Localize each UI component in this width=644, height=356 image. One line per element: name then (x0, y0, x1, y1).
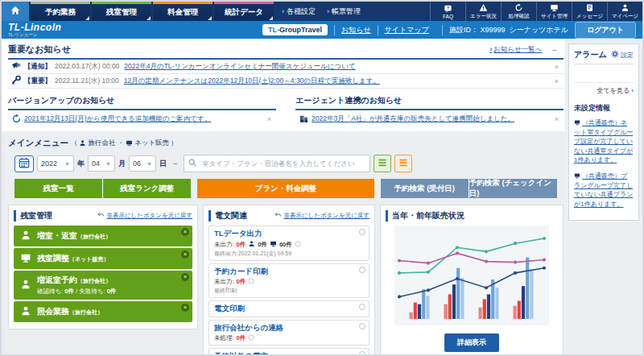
alarm-settings-link[interactable]: 設定 (611, 50, 634, 60)
sitemap-link[interactable]: サイトマップ (378, 25, 436, 35)
day-select[interactable]: 06▼ (129, 155, 156, 172)
unset-info-link[interactable]: （共通販売）プラングループ完了していない共通プランが1件あります。 (574, 172, 634, 209)
tab-料金管理[interactable]: 料金管理 (153, 2, 213, 21)
nav-link-帳票管理[interactable]: ›帳票管理 (327, 6, 361, 17)
app-logo[interactable]: TL-Lincoln TL-リンカーン (8, 23, 61, 38)
hide-button[interactable]: × (181, 228, 189, 236)
building-icon (295, 114, 312, 126)
search-input[interactable] (184, 155, 370, 172)
utility-label: メッセージ (576, 13, 603, 20)
unset-info-title: 未設定情報 (574, 103, 634, 114)
chevron-down-icon: ▼ (64, 161, 70, 167)
utility-person[interactable]: マイページ (607, 2, 642, 21)
main-menu-buttons: 残室一覧残室ランク調整プラン・料金調整予約検索 (受付日)予約検索 (チェックイ… (14, 179, 557, 198)
close-icon[interactable]: × (555, 77, 559, 85)
refresh-icon (514, 3, 523, 12)
right-sidebar: アラーム 設定 全てを見る › 未設定情報 （共通販売）ネット室タイプグループ設… (565, 39, 642, 356)
telegram-item-title: 予約以外の電文 (214, 351, 364, 356)
close-icon[interactable]: × (267, 115, 271, 123)
fold-decoration (147, 16, 151, 20)
hide-button[interactable] (359, 229, 365, 235)
group-travel-badge[interactable]: TL-GroupTravel (262, 24, 328, 35)
chevron-right-icon: › (327, 7, 329, 15)
utility-monitor[interactable]: サイト管理 (536, 2, 572, 21)
list-view-green-button[interactable] (374, 155, 391, 172)
close-icon[interactable]: × (555, 115, 559, 123)
nav-link-各種設定[interactable]: ›各種設定 (282, 6, 316, 17)
sales-panel-title: 当年・前年販売状況 (386, 210, 464, 221)
notice-tag: 【通知】 (24, 62, 52, 72)
badge-tl: TL- (268, 26, 279, 34)
year-select[interactable]: 2022▼ (37, 155, 74, 172)
close-icon[interactable]: × (555, 63, 559, 71)
tab-残室管理[interactable]: 残室管理 (92, 2, 151, 21)
menu-button-残室ランク調整[interactable]: 残室ランク調整 (102, 179, 191, 198)
notice-link[interactable]: 2022年4月のTL-リンカーンオンラインセミナー開催スケジュールについて (124, 62, 355, 72)
hide-button[interactable]: × (181, 304, 189, 312)
telegram-item-旅行会社からの連絡[interactable]: 旅行会社からの連絡未処理:0件 (208, 320, 369, 346)
hide-button[interactable] (359, 267, 365, 273)
logout-button[interactable]: ログアウト (575, 22, 636, 39)
menu-button-残室一覧[interactable]: 残室一覧 (14, 179, 102, 198)
room-item-照会業務[interactable]: 照会業務（旅行会社）× (14, 301, 192, 322)
minimize-button[interactable]: − (552, 45, 557, 55)
telegram-item-counts: 未出力:0件 (214, 278, 364, 286)
telegram-item-電文印刷[interactable]: 電文印刷 (208, 300, 369, 317)
person-icon (621, 3, 630, 12)
utility-warning[interactable]: エラー状況 (465, 2, 501, 21)
hide-button[interactable] (359, 351, 365, 356)
room-item-増返室予約[interactable]: 増返室予約（旅行会社）確認待ち: 0件 / 失敗待ち: 0件× (14, 271, 192, 300)
menu-button-group: プラン・料金調整 (197, 179, 374, 198)
versionup-link[interactable]: 2021年12月13日(月)から使用できる追加機能のご案内です。 (24, 114, 211, 124)
unset-info-link[interactable]: （共通販売）ネット室タイプグループ設定が完了していない共通室タイプが1件あります… (574, 118, 634, 165)
utility-message[interactable]: メッセージ (572, 2, 607, 21)
restore-hidden-link[interactable]: 非表示にしたボタンを元に戻す (97, 212, 192, 221)
notice-date: 2022.03.17(木) 00:00 (55, 62, 119, 72)
hide-button[interactable] (359, 304, 365, 310)
room-item-title: 照会業務（旅行会社） (37, 306, 103, 317)
sub-header: TL-Lincoln TL-リンカーン TL-GroupTravel お知らせ … (2, 21, 642, 39)
versionup-section: バージョンアップのお知らせ 2021年12月13日(月)から使用できる追加機能の… (8, 95, 276, 128)
hide-button[interactable]: × (181, 273, 189, 281)
see-all-link[interactable]: 全てを見る › (574, 82, 634, 95)
detail-button[interactable]: 詳細表示 (444, 333, 499, 352)
chevron-right-icon: › (489, 45, 492, 53)
app-window: 予約業務残室管理料金管理統計データ ›各種設定›帳票管理 ?FAQエラー状況処理… (0, 0, 644, 356)
notices-list-link[interactable]: ›お知らせ一覧へ (489, 45, 542, 55)
logo-text: TL-Lincoln (8, 23, 61, 32)
tab-予約業務[interactable]: 予約業務 (31, 2, 90, 21)
facility-id-label: 施設ID： (449, 26, 478, 34)
list-view-orange-button[interactable] (394, 155, 412, 172)
telegram-item-title: 電文印刷 (214, 304, 364, 314)
telegram-item-TLデータ出力[interactable]: TLデータ出力未出力:0件0件60件最終出力:2022.01.21(金) 09:… (208, 226, 369, 261)
menu-button-プラン・料金調整[interactable]: プラン・料金調整 (197, 179, 374, 198)
menu-button-予約検索 (チェックイン日)[interactable]: 予約検索 (チェックイン日) (469, 179, 557, 198)
room-item-増室・返室[interactable]: 増室・返室（旅行会社）× (14, 226, 192, 246)
notice-link[interactable]: 12月の定期メンテナンスは2022年12月10日(土)2:00～4:30の日程で… (124, 77, 380, 86)
calendar-icon (19, 157, 30, 170)
tilde-separator: ～ (171, 159, 179, 169)
versionup-icon (8, 114, 24, 126)
utility-faq[interactable]: ?FAQ (430, 2, 465, 21)
tab-統計データ[interactable]: 統計データ (214, 2, 274, 21)
menu-button-予約検索 (受付日)[interactable]: 予約検索 (受付日) (381, 179, 469, 198)
month-select[interactable]: 04▼ (88, 155, 115, 172)
utility-refresh[interactable]: 処理確認 (501, 2, 536, 21)
calendar-button[interactable] (14, 155, 34, 172)
hide-button[interactable]: × (181, 250, 189, 259)
agent-news-title: エージェント連携のお知らせ (295, 95, 564, 106)
room-item-sub: （旅行会社） (69, 309, 103, 315)
telegram-item-last: 最終印刷: (214, 287, 364, 295)
restore-hidden-link[interactable]: 非表示にしたボタンを元に戻す (275, 212, 369, 221)
facility-name: シーナッツホテル (509, 26, 568, 34)
home-button[interactable] (2, 2, 29, 21)
telegram-item-予約カード印刷[interactable]: 予約カード印刷未出力:0件最終印刷: (208, 263, 369, 298)
search-icon (188, 158, 197, 169)
hide-button[interactable] (359, 323, 365, 329)
news-link[interactable]: お知らせ (334, 25, 378, 35)
room-item-残室調整[interactable]: 残室調整（ネット販売）× (14, 248, 192, 269)
telegram-item-予約以外の電文[interactable]: 予約以外の電文未処理:0件 (208, 348, 369, 356)
fold-decoration (208, 16, 212, 20)
agent-news-link[interactable]: 2022年3月「A社」が共通在庫の販売先として連携開始しました。 (312, 114, 514, 124)
notice-row: 【重要】2022.11.21(水) 10:0012月の定期メンテナンスは2022… (8, 74, 564, 89)
